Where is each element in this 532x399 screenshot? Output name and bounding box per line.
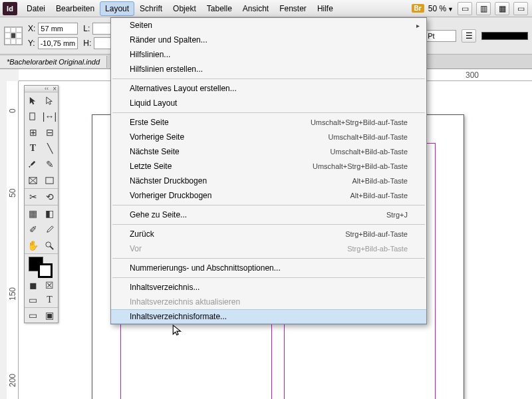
content-placer-icon[interactable]: ⊟ [41,124,58,140]
menu-hilfe[interactable]: Hilfe [312,1,338,16]
eyedropper-tool-icon[interactable] [41,221,58,237]
menu-item[interactable]: ZurückStrg+Bild-auf-Taste [111,227,426,241]
preview-view-icon[interactable]: ▣ [41,308,58,323]
menu-objekt[interactable]: Objekt [168,1,201,16]
menu-item-label: Inhaltsverzeichnis aktualisieren [130,297,240,307]
document-tab[interactable]: *Bachelorarbeit Original.indd [0,56,107,68]
rectangle-frame-tool-icon[interactable] [25,172,41,188]
line-tool-icon[interactable]: ╲ [41,140,58,156]
scissors-tool-icon[interactable]: ✂ [25,189,41,205]
menu-item[interactable]: Ränder und Spalten... [111,33,426,47]
rectangle-tool-icon[interactable] [41,172,58,188]
gradient-swatch-tool-icon[interactable]: ▦ [25,205,41,221]
menu-fenster[interactable]: Fenster [274,1,312,16]
menu-separator [112,224,425,225]
menu-item-shortcut: Strg+Bild-auf-Taste [345,230,408,238]
note-tool-icon[interactable]: ✐ [25,221,41,237]
zoom-tool-icon[interactable] [41,237,58,253]
gap-tool-icon[interactable]: |↔| [41,108,58,124]
menu-item-label: Vorherige Seite [130,132,184,142]
menu-item[interactable]: Inhaltsverzeichnisformate... [111,309,426,324]
menu-item[interactable]: Vorherige SeiteUmschalt+Bild-auf-Taste [111,130,426,144]
menu-datei[interactable]: Datei [21,1,51,16]
svg-line-6 [50,246,53,249]
apply-color-icon[interactable]: ◼ [25,278,41,293]
menu-item[interactable]: Inhaltsverzeichnis... [111,280,426,295]
direct-selection-tool-icon[interactable] [41,92,58,108]
tool-panel-header[interactable]: ‹‹ × [25,86,58,92]
hand-tool-icon[interactable]: ✋ [25,237,41,253]
menu-item-shortcut: Umschalt+Bild-ab-Taste [331,148,408,156]
menu-item-label: Nächste Seite [130,147,180,156]
menu-ansicht[interactable]: Ansicht [237,1,274,16]
view-mode-button-2[interactable]: ▥ [476,2,491,15]
menu-item[interactable]: Hilfslinien... [111,47,426,62]
menu-item[interactable]: Gehe zu Seite...Strg+J [111,207,426,222]
menu-layout[interactable]: Layout [100,1,134,16]
normal-view-icon[interactable]: ▭ [25,308,41,323]
stroke-style-button[interactable]: ☰ [462,29,476,43]
menu-item-label: Alternatives Layout erstellen... [130,84,237,93]
menu-item-label: Letzte Seite [130,162,172,171]
menu-item: VorStrg+Bild-ab-Taste [111,241,426,256]
menu-item[interactable]: Seiten [111,18,426,33]
stroke-swatch[interactable] [481,32,528,40]
menu-bearbeiten[interactable]: Bearbeiten [51,1,100,16]
menu-item-shortcut: Strg+J [386,211,408,219]
menu-item[interactable]: Letzte SeiteUmschalt+Strg+Bild-ab-Taste [111,159,426,174]
menu-item[interactable]: Nächster DruckbogenAlt+Bild-ab-Taste [111,174,426,188]
menu-item-label: Vor [130,244,142,253]
page-tool-icon[interactable] [25,108,41,124]
x-label: X: [28,24,35,33]
menu-separator [112,205,425,205]
menu-item[interactable]: Vorheriger DruckbogenAlt+Bild-auf-Taste [111,188,426,203]
menu-schrift[interactable]: Schrift [134,1,168,16]
menu-item-label: Inhaltsverzeichnis... [130,283,200,292]
bridge-badge[interactable]: Br [412,4,424,13]
menu-item[interactable]: Nächste SeiteUmschalt+Bild-ab-Taste [111,144,426,159]
menu-item-shortcut: Strg+Bild-ab-Taste [347,245,408,253]
menu-item-label: Liquid Layout [130,98,177,108]
y-input[interactable] [38,37,78,49]
menu-separator [112,258,425,259]
formatting-container-icon[interactable]: ▭ [25,293,41,307]
screen-mode-button[interactable]: ▭ [513,2,528,15]
menu-item[interactable]: Alternatives Layout erstellen... [111,81,426,96]
type-tool-icon[interactable]: T [25,140,41,156]
collapse-icon[interactable]: ‹‹ [45,85,49,92]
menu-item-shortcut: Alt+Bild-ab-Taste [352,177,408,185]
pen-tool-icon[interactable] [25,156,41,172]
menu-item-label: Erste Seite [130,118,169,127]
menu-item-shortcut: Alt+Bild-auf-Taste [350,192,408,200]
free-transform-tool-icon[interactable]: ⟲ [41,189,58,205]
svg-point-5 [46,241,51,247]
x-input[interactable] [38,23,78,35]
menu-item[interactable]: Nummerierungs- und Abschnittsoptionen... [111,261,426,275]
view-mode-button-1[interactable]: ▭ [458,2,472,15]
menu-separator [112,112,425,113]
selection-tool-icon[interactable] [25,92,41,108]
svg-rect-0 [30,112,35,119]
menu-item-label: Inhaltsverzeichnisformate... [130,312,227,321]
fill-stroke-swatch[interactable] [25,254,58,278]
menu-item-label: Gehe zu Seite... [130,210,187,219]
menu-tabelle[interactable]: Tabelle [201,1,237,16]
pencil-tool-icon[interactable]: ✎ [41,156,58,172]
formatting-text-icon[interactable]: T [41,293,58,307]
menu-item-label: Hilfslinien erstellen... [130,65,203,74]
zoom-level[interactable]: 50 %▼ [428,4,454,13]
menu-item-shortcut: Umschalt+Strg+Bild-ab-Taste [313,162,408,170]
gradient-feather-tool-icon[interactable]: ◧ [41,205,58,221]
reference-point-grid[interactable] [4,27,23,45]
menu-item[interactable]: Erste SeiteUmschalt+Strg+Bild-auf-Taste [111,115,426,130]
app-icon: Id [3,2,17,15]
menu-item[interactable]: Hilfslinien erstellen... [111,62,426,76]
menu-separator [112,78,425,79]
menu-item-label: Nummerierungs- und Abschnittsoptionen... [130,263,281,273]
menu-item[interactable]: Liquid Layout [111,96,426,110]
stroke-color-icon[interactable] [38,263,53,278]
content-collector-icon[interactable]: ⊞ [25,124,41,140]
apply-none-icon[interactable]: ☒ [41,278,58,293]
arrange-button[interactable]: ▦ [495,2,509,15]
close-icon[interactable]: × [53,85,57,92]
